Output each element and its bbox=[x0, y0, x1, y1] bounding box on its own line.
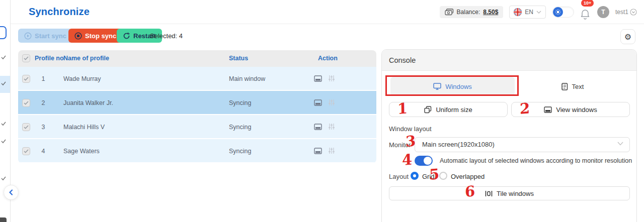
col-name[interactable]: Name of profile bbox=[63, 55, 109, 62]
col-status[interactable]: Status bbox=[229, 55, 248, 62]
cell-name: Juanita Walker Jr. bbox=[63, 99, 113, 106]
cell-profile-no: 3 bbox=[38, 124, 48, 131]
tile-windows-icon bbox=[485, 190, 493, 197]
chevron-down-circle-icon bbox=[630, 9, 637, 16]
sliders-icon[interactable] bbox=[328, 123, 335, 130]
window-action-icon[interactable] bbox=[314, 124, 322, 130]
sliders-icon[interactable] bbox=[328, 147, 335, 154]
select-all-checkbox[interactable] bbox=[22, 54, 30, 62]
row-checkbox[interactable] bbox=[22, 75, 30, 83]
uniform-size-button[interactable]: Uniform size bbox=[389, 102, 508, 117]
check-icon bbox=[24, 101, 29, 105]
row-checkbox[interactable] bbox=[22, 123, 30, 131]
view-windows-label: View windows bbox=[556, 106, 597, 114]
row-actions bbox=[314, 99, 335, 106]
cell-name: Malachi Hills V bbox=[63, 124, 105, 131]
gear-icon: ⚙ bbox=[624, 32, 631, 42]
start-sync-button[interactable]: Start sync bbox=[18, 29, 72, 43]
tile-windows-button[interactable]: Tile windows bbox=[389, 186, 630, 200]
cell-status: Syncing bbox=[229, 99, 251, 106]
stop-sync-label: Stop sync bbox=[85, 32, 116, 40]
col-action: Action bbox=[318, 55, 338, 62]
uniform-size-icon bbox=[424, 106, 432, 114]
row-actions bbox=[314, 75, 335, 82]
monitor-label: Monitor bbox=[389, 141, 411, 149]
tile-windows-label: Tile windows bbox=[497, 190, 534, 197]
sliders-icon[interactable] bbox=[328, 99, 335, 106]
sidebar-item-icon bbox=[1, 55, 6, 60]
cell-status: Syncing bbox=[229, 148, 251, 155]
tab-text[interactable]: Text bbox=[515, 77, 630, 96]
check-icon bbox=[24, 77, 29, 81]
user-menu[interactable]: test1 bbox=[615, 9, 637, 16]
row-checkbox[interactable] bbox=[22, 99, 30, 107]
balance-chip[interactable]: Balance: 8.50$ bbox=[440, 6, 504, 18]
auto-layout-toggle[interactable] bbox=[415, 156, 433, 166]
row-actions bbox=[314, 147, 335, 154]
radio-overlapped[interactable] bbox=[439, 172, 447, 180]
notifications-button[interactable]: 10+ bbox=[580, 6, 591, 19]
cell-name: Sage Waters bbox=[63, 148, 100, 155]
monitor-icon bbox=[433, 83, 441, 90]
table-row[interactable]: 2Juanita Walker Jr.Syncing bbox=[18, 91, 376, 115]
table-row[interactable]: 3Malachi Hills VSyncing bbox=[18, 115, 376, 139]
monitor-select[interactable]: Main screen(1920x1080) bbox=[415, 137, 630, 152]
header-actions: Balance: 8.50$ EN bbox=[440, 0, 637, 24]
uniform-size-label: Uniform size bbox=[436, 106, 472, 114]
col-profile-no[interactable]: Profile no bbox=[35, 55, 64, 62]
avatar[interactable]: T bbox=[597, 6, 609, 18]
radio-grid[interactable] bbox=[411, 172, 419, 180]
monitor-select-value: Main screen(1920x1080) bbox=[422, 141, 495, 148]
sidebar-collapse-button[interactable] bbox=[4, 185, 19, 200]
window-action-icon[interactable] bbox=[314, 99, 322, 106]
radio-grid-label[interactable]: Grid bbox=[422, 173, 435, 180]
top-header: Synchronize Balance: 8.50$ bbox=[11, 0, 644, 24]
theme-toggle[interactable] bbox=[552, 7, 574, 18]
check-icon bbox=[24, 149, 29, 153]
play-circle-icon bbox=[24, 32, 32, 40]
selected-count: Selected: 4 bbox=[150, 32, 183, 40]
tab-text-label: Text bbox=[572, 83, 584, 90]
table-row[interactable]: 1Wade MurrayMain window bbox=[18, 67, 376, 91]
row-checkbox[interactable] bbox=[22, 147, 30, 155]
toggle-knob bbox=[424, 157, 432, 165]
radio-overlapped-label[interactable]: Overlapped bbox=[451, 173, 485, 180]
avatar-initial: T bbox=[601, 9, 605, 16]
view-windows-button[interactable]: View windows bbox=[511, 102, 630, 117]
stop-sync-button[interactable]: Stop sync bbox=[68, 29, 122, 43]
bell-icon bbox=[580, 9, 590, 20]
language-selector[interactable]: EN bbox=[509, 6, 546, 19]
table-body: 1Wade MurrayMain window2Juanita Walker J… bbox=[18, 67, 376, 163]
sidebar-item-icon bbox=[1, 139, 6, 144]
tab-windows-label: Windows bbox=[445, 83, 472, 90]
stop-circle-icon bbox=[74, 32, 82, 40]
window-action-icon[interactable] bbox=[314, 148, 322, 154]
tab-windows[interactable]: Windows bbox=[390, 77, 515, 96]
window-layout-label: Window layout bbox=[389, 125, 432, 133]
sliders-icon[interactable] bbox=[328, 75, 335, 82]
cash-icon bbox=[445, 9, 454, 16]
table-header-row: Profile no Name of profile Status Action bbox=[18, 50, 376, 67]
window-action-icon[interactable] bbox=[314, 75, 322, 82]
balance-value[interactable]: 8.50$ bbox=[483, 9, 498, 16]
auto-layout-label: Automatic layout of selected windows acc… bbox=[440, 157, 632, 164]
settings-button[interactable]: ⚙ bbox=[620, 29, 635, 44]
app-logo bbox=[0, 26, 7, 39]
row-actions bbox=[314, 123, 335, 130]
check-icon bbox=[24, 125, 29, 129]
notification-badge: 10+ bbox=[581, 0, 594, 7]
cell-profile-no: 2 bbox=[38, 99, 48, 106]
console-title: Console bbox=[389, 56, 416, 64]
start-sync-label: Start sync bbox=[35, 32, 66, 40]
chevron-left-icon bbox=[8, 189, 14, 195]
username-text: test1 bbox=[615, 9, 628, 16]
check-icon bbox=[24, 56, 29, 60]
cell-profile-no: 1 bbox=[38, 75, 48, 82]
balance-label: Balance: bbox=[457, 9, 480, 16]
console-header: Console bbox=[382, 50, 636, 71]
theme-knob bbox=[553, 7, 563, 17]
chevron-down-icon bbox=[617, 142, 623, 146]
restart-icon bbox=[123, 32, 130, 40]
table-row[interactable]: 4Sage WatersSyncing bbox=[18, 139, 376, 163]
cell-status: Main window bbox=[229, 75, 265, 82]
